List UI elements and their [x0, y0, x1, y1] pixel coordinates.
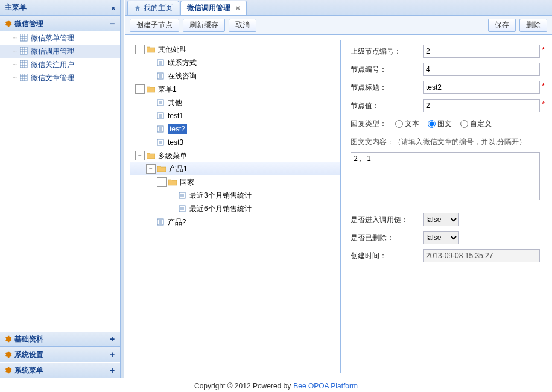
tabstrip: 我的主页 微信调用管理 ✕ [125, 0, 552, 16]
refresh-cache-button[interactable]: 刷新缓存 [183, 19, 225, 32]
accordion-base-header[interactable]: 基础资料 + [0, 331, 120, 347]
page-icon [177, 204, 187, 213]
gear-icon [4, 19, 12, 28]
page-icon [156, 58, 165, 68]
tree-node-6month[interactable]: 最近6个月销售统计 [130, 202, 340, 215]
collapse-icon[interactable]: − [135, 84, 145, 94]
nav-wechat-menu[interactable]: ┈微信菜单管理 [0, 31, 120, 45]
radio-text[interactable] [395, 120, 403, 128]
tree-node-other2[interactable]: 其他 [130, 96, 340, 109]
tree-node-product1[interactable]: −产品1 [130, 162, 340, 175]
toolbar: 创建子节点 刷新缓存 取消 保存 删除 [125, 16, 552, 35]
folder-icon [146, 45, 156, 54]
sidebar: 主菜单 « 微信管理 − ┈微信菜单管理 ┈微信调用管理 ┈微信关注用户 ┈微信… [0, 0, 121, 378]
tree-node-menu1[interactable]: −菜单1 [130, 83, 340, 96]
tree-node-online[interactable]: 在线咨询 [130, 69, 340, 83]
sidebar-title: 主菜单 [5, 2, 27, 13]
delete-button[interactable]: 删除 [519, 19, 547, 32]
close-icon[interactable]: ✕ [235, 5, 240, 11]
save-button[interactable]: 保存 [488, 19, 516, 32]
select-deleted[interactable]: falsetrue [423, 231, 459, 244]
nav-wechat-articles[interactable]: ┈微信文章管理 [0, 71, 120, 84]
label-in-chain: 是否进入调用链： [351, 215, 423, 225]
accordion-wechat-title: 微信管理 [14, 19, 43, 29]
radio-custom[interactable] [460, 120, 468, 128]
tree-node-country[interactable]: −国家 [130, 175, 340, 189]
input-node-value[interactable] [423, 99, 540, 112]
tab-home[interactable]: 我的主页 [127, 1, 179, 15]
select-in-chain[interactable]: falsetrue [423, 213, 459, 226]
form-panel: 上级节点编号： 节点编号： 节点标题： 节点值： 回复类型： 文本 图文 自定义… [346, 40, 547, 373]
tree-node-product2[interactable]: 产品2 [130, 215, 340, 229]
input-parent-no[interactable] [423, 45, 540, 58]
nav-wechat-invoke[interactable]: ┈微信调用管理 [0, 45, 120, 58]
gear-icon [4, 335, 12, 343]
collapse-icon[interactable]: − [135, 151, 145, 160]
page-icon [156, 71, 165, 81]
collapse-icon[interactable]: − [157, 177, 167, 187]
input-node-title[interactable] [423, 81, 540, 94]
rich-content-note: 图文文内容：（请填入微信文章的编号，并以,分隔开） [351, 135, 540, 148]
gear-icon [4, 366, 12, 375]
label-reply-type: 回复类型： [351, 119, 387, 129]
collapse-icon[interactable]: − [135, 45, 145, 54]
footer: Copyright © 2012 Powered by Bee OPOA Pla… [0, 379, 552, 392]
accordion-sysmenu-header[interactable]: 系统菜单 + [0, 362, 120, 378]
plus-icon[interactable]: + [108, 334, 116, 344]
folder-icon [168, 177, 177, 187]
grid-icon [20, 34, 28, 42]
footer-link[interactable]: Bee OPOA Platform [293, 382, 358, 390]
svg-rect-10 [20, 60, 27, 68]
grid-icon [20, 74, 28, 82]
page-icon [156, 217, 165, 227]
page-icon [177, 191, 187, 200]
accordion-sys-header[interactable]: 系统设置 + [0, 347, 120, 362]
input-node-no[interactable] [423, 63, 540, 76]
plus-icon[interactable]: + [108, 365, 116, 375]
label-deleted: 是否已删除： [351, 233, 423, 243]
plus-icon[interactable]: + [108, 350, 116, 359]
tree-node-3month[interactable]: 最近3个月销售统计 [130, 189, 340, 202]
collapse-icon[interactable]: − [146, 164, 156, 174]
accordion-wechat-header[interactable]: 微信管理 − [0, 16, 120, 31]
footer-text: Copyright © 2012 Powered by [194, 382, 291, 390]
nav-wechat-followers[interactable]: ┈微信关注用户 [0, 58, 120, 71]
tree-node-test3[interactable]: test3 [130, 136, 340, 149]
folder-icon [146, 151, 156, 160]
minus-icon[interactable]: − [108, 19, 116, 28]
label-created-at: 创建时间： [351, 251, 423, 261]
radio-rich[interactable] [428, 120, 436, 128]
svg-rect-15 [20, 74, 27, 81]
page-icon [156, 124, 165, 134]
tree-node-test2[interactable]: test2 [130, 122, 340, 136]
input-created-at [423, 249, 540, 262]
tree-node-other[interactable]: −其他处理 [130, 43, 340, 56]
create-child-button[interactable]: 创建子节点 [130, 19, 179, 32]
folder-icon [146, 84, 156, 94]
main: 我的主页 微信调用管理 ✕ 创建子节点 刷新缓存 取消 保存 删除 −其他处理 … [125, 0, 552, 378]
tab-wechat-invoke[interactable]: 微信调用管理 ✕ [180, 1, 247, 15]
splitter[interactable] [121, 0, 124, 378]
page-icon [156, 138, 165, 147]
tree-panel: −其他处理 联系方式 在线咨询 −菜单1 其他 test1 test2 test… [130, 40, 341, 373]
label-node-value: 节点值： [351, 101, 423, 111]
folder-icon [157, 164, 167, 174]
tree-node-contact[interactable]: 联系方式 [130, 56, 340, 69]
content: −其他处理 联系方式 在线咨询 −菜单1 其他 test1 test2 test… [125, 35, 552, 378]
tree-node-test1[interactable]: test1 [130, 109, 340, 122]
label-node-no: 节点编号： [351, 65, 423, 75]
home-icon [134, 5, 141, 12]
tree-node-multimenu[interactable]: −多级菜单 [130, 149, 340, 162]
page-icon [156, 98, 165, 107]
label-parent-no: 上级节点编号： [351, 46, 423, 57]
sidebar-header: 主菜单 « [0, 0, 120, 16]
svg-rect-5 [20, 47, 27, 54]
collapse-sidebar-icon[interactable]: « [111, 4, 115, 12]
grid-icon [20, 60, 28, 69]
gear-icon [4, 350, 12, 359]
svg-rect-0 [20, 34, 27, 41]
grid-icon [20, 47, 28, 55]
textarea-rich-content[interactable] [351, 152, 540, 200]
page-icon [156, 111, 165, 121]
cancel-button[interactable]: 取消 [229, 19, 256, 32]
